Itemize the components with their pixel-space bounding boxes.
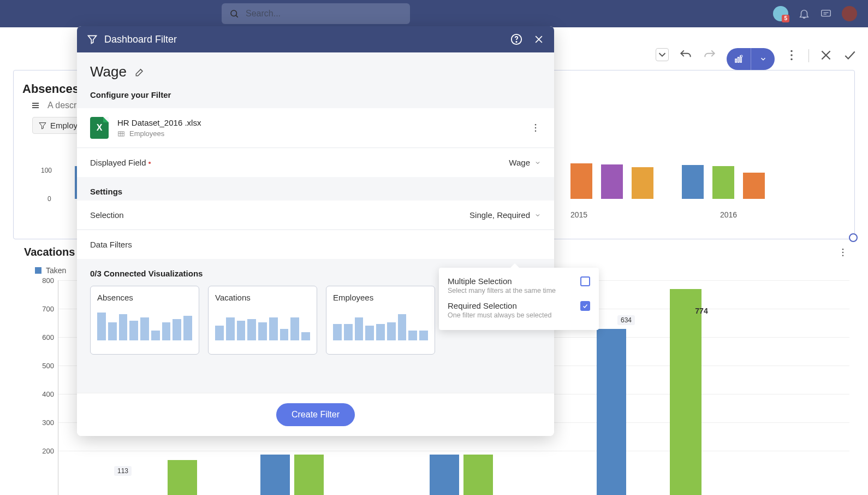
viz-card-employees[interactable]: Employees [326, 286, 435, 355]
vacations-title: Vacations [24, 246, 75, 258]
viz-card-title: Employees [333, 293, 428, 302]
avatar[interactable] [842, 6, 857, 21]
funnel-icon [87, 34, 98, 45]
redo-button[interactable] [703, 48, 717, 62]
bar-group [570, 163, 765, 199]
xaxis-label: 2016 [720, 210, 737, 219]
settings-label: Settings [77, 177, 554, 201]
modal-title: Dashboard Filter [104, 34, 177, 45]
bell-icon[interactable] [798, 8, 810, 20]
required-selection-title: Required Selection [448, 301, 551, 310]
svg-point-0 [231, 10, 237, 16]
selection-value[interactable]: Single, Required [469, 210, 541, 220]
mini-chart [215, 308, 310, 340]
global-search[interactable] [222, 3, 410, 24]
svg-rect-4 [735, 59, 736, 62]
add-chart-icon[interactable] [727, 48, 751, 70]
search-icon [229, 9, 239, 19]
datasource-file: HR Dataset_2016 .xlsx [117, 118, 201, 127]
svg-rect-23 [118, 131, 124, 135]
dashboard-filter-modal: Dashboard Filter Wage Configure your Fil… [77, 26, 554, 436]
check-icon [582, 303, 588, 309]
datasource-table: Employees [117, 129, 201, 138]
xaxis-label: 2015 [570, 210, 587, 219]
selection-label: Selection [90, 210, 124, 220]
bar-label: 774 [692, 305, 711, 316]
edit-icon[interactable] [134, 67, 145, 78]
excel-icon: X [90, 117, 109, 139]
required-selection-checkbox[interactable] [580, 301, 590, 311]
confirm-button[interactable] [843, 48, 857, 62]
add-chart-dropdown[interactable] [751, 48, 775, 70]
configure-label: Configure your Filter [77, 85, 554, 108]
selection-row[interactable]: Selection Single, Required [77, 201, 554, 229]
mini-chart [333, 308, 428, 340]
cancel-button[interactable] [819, 48, 833, 62]
search-input[interactable] [246, 9, 402, 19]
mini-chart [97, 308, 192, 340]
svg-point-16 [842, 248, 844, 250]
notification-badge-icon[interactable]: 5 [773, 6, 788, 21]
datasource-panel: X HR Dataset_2016 .xlsx Employees Displa… [77, 108, 554, 177]
editor-toolbar [656, 37, 857, 102]
multiple-selection-title: Multiple Selection [448, 276, 556, 286]
add-chart-split-button[interactable] [727, 48, 775, 70]
svg-point-29 [535, 131, 537, 132]
widget-more-options[interactable] [837, 247, 848, 258]
svg-rect-3 [822, 10, 831, 16]
viz-card-title: Vacations [215, 293, 310, 302]
viz-card-vacations[interactable]: Vacations [208, 286, 317, 355]
chevron-down-icon [534, 160, 541, 166]
modal-footer: Create Filter [77, 393, 554, 436]
close-icon[interactable] [533, 34, 544, 45]
svg-point-10 [790, 58, 792, 60]
yaxis-tick: 100 [41, 167, 52, 174]
ytick: 800 [42, 276, 54, 285]
chevron-down-icon [534, 212, 541, 219]
required-selection-row[interactable]: Required Selection One filter must alway… [448, 299, 590, 323]
help-icon[interactable] [510, 33, 522, 45]
create-filter-button[interactable]: Create Filter [276, 403, 355, 426]
displayed-field-row[interactable]: Displayed Field• Wage [77, 148, 554, 177]
filter-name: Wage [90, 63, 127, 80]
svg-line-1 [236, 15, 237, 17]
svg-point-27 [535, 124, 537, 126]
menu-icon[interactable] [30, 101, 41, 110]
more-options-button[interactable] [784, 48, 799, 62]
ytick: 200 [42, 447, 54, 455]
data-filters-row[interactable]: Data Filters [77, 230, 554, 259]
funnel-icon [38, 121, 47, 130]
divider [808, 49, 809, 62]
topbar-right-icons: 5 [773, 6, 857, 21]
modal-header: Dashboard Filter [77, 26, 554, 52]
selection-popover: Multiple Selection Select many filters a… [439, 268, 599, 330]
svg-point-17 [842, 251, 844, 253]
ytick: 700 [42, 305, 54, 313]
svg-point-20 [516, 42, 516, 42]
bar-label: 113 [114, 466, 132, 476]
multiple-selection-checkbox[interactable] [580, 276, 590, 286]
svg-point-9 [790, 54, 792, 56]
chat-icon[interactable] [820, 8, 832, 20]
multiple-selection-row[interactable]: Multiple Selection Select many filters a… [448, 274, 590, 299]
viz-card-absences[interactable]: Absences [90, 286, 199, 355]
datasource-more-options[interactable] [530, 122, 541, 133]
dropdown-caret-button[interactable] [656, 48, 669, 61]
ytick: 400 [42, 390, 54, 398]
badge-count: 5 [782, 15, 789, 22]
displayed-field-label: Displayed Field [90, 158, 146, 167]
undo-button[interactable] [679, 48, 693, 62]
ytick: 300 [42, 419, 54, 427]
data-filters-label: Data Filters [90, 240, 132, 249]
bar-label: 634 [617, 315, 635, 325]
filter-name-row: Wage [77, 52, 554, 85]
displayed-field-value[interactable]: Wage [509, 158, 541, 167]
ytick: 600 [42, 333, 54, 341]
svg-point-8 [790, 50, 792, 52]
viz-card-title: Absences [97, 293, 192, 302]
table-icon [117, 130, 125, 138]
legend-label: Taken [46, 266, 66, 275]
svg-point-18 [842, 255, 844, 256]
top-nav-bar: 5 [0, 0, 868, 27]
required-indicator: • [148, 158, 151, 167]
